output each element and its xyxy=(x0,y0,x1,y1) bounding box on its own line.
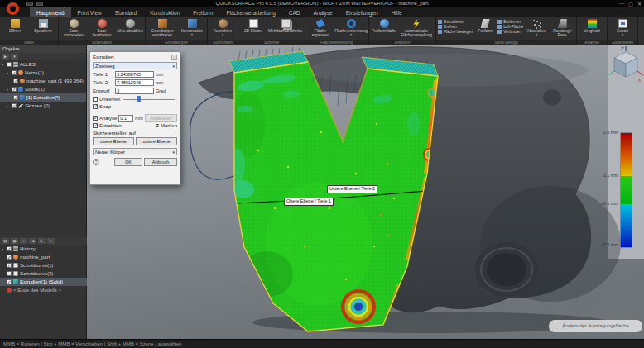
ok-button[interactable]: OK xyxy=(114,158,142,166)
tree-item-machine-part[interactable]: ✓ machine_part (1 493 364) xyxy=(0,77,86,85)
ribbon-group-solid-design: Extrudieren Drehen Fläche bewegen Freifo… xyxy=(436,17,577,45)
extrude-menu-item[interactable]: Extrudieren xyxy=(438,20,473,24)
checkbox[interactable]: ✓ xyxy=(7,246,12,251)
tiefe1-input[interactable] xyxy=(115,71,154,78)
draft-angle-input[interactable] xyxy=(115,88,154,94)
tab-flaechenverarbeitung[interactable]: Flächenverarbeitung xyxy=(220,7,282,17)
deselect-all-button[interactable]: Alles abwählen xyxy=(116,18,144,33)
upper-plane-button[interactable]: obere Ebene xyxy=(93,137,134,145)
quick-undo-icon[interactable] xyxy=(36,2,43,6)
freeform-surface-button[interactable]: Freiformfläche xyxy=(370,18,398,33)
auto-surface-button[interactable]: Automatische Flächenerstellung xyxy=(398,18,435,38)
tab-standard[interactable]: Standard xyxy=(108,7,143,17)
quick-save-icon[interactable] xyxy=(26,2,33,6)
scale-label-upper: 0.1 mm xyxy=(603,173,618,178)
tree-item-skizzen[interactable]: ▸ ✓ Skizzen (2) xyxy=(0,102,86,110)
ribbon-group-ausrichten: Ausrichten▾ Ausrichten xyxy=(208,17,238,45)
move-face-menu-item[interactable]: Fläche bewegen xyxy=(438,30,473,34)
open-button[interactable]: Öffnen xyxy=(1,18,29,33)
expander-icon[interactable]: ▾ xyxy=(7,71,10,75)
cancel-button[interactable]: Abbruch xyxy=(144,158,177,166)
deviation-button[interactable]: Abweichen▾ xyxy=(524,18,549,36)
surface-detect-button[interactable]: Flächenerkennung▾ xyxy=(334,18,368,36)
umkehren-checkbox[interactable] xyxy=(93,97,98,102)
checkbox[interactable]: ✓ xyxy=(7,62,12,67)
fillet-button[interactable]: Rundung / Fase xyxy=(549,18,575,38)
scan-edit-button[interactable]: Scan bearbeiten xyxy=(88,18,116,38)
tab-cad[interactable]: CAD xyxy=(282,7,307,17)
analyse-checkbox[interactable] xyxy=(93,116,98,121)
tree-item-solids[interactable]: ▾ ✓ Solids(1) xyxy=(0,85,86,93)
tiefe2-input[interactable] xyxy=(115,79,154,86)
snap-checkbox[interactable] xyxy=(93,104,98,109)
tab-analyse[interactable]: Analyse xyxy=(307,7,339,17)
minimize-button[interactable]: — xyxy=(619,1,624,7)
filter-funnel-icon[interactable]: ▼ xyxy=(11,54,18,60)
expander-icon[interactable]: ▾ xyxy=(2,247,5,251)
history-item-schnittkurve1[interactable]: ✓ Schnittkurve(1) xyxy=(0,261,87,269)
help-button[interactable]: ? xyxy=(93,159,99,165)
tab-print-view[interactable]: Print View xyxy=(71,7,108,17)
lower-plane-button[interactable]: untere Ebene xyxy=(136,137,177,145)
history-item-machine-part[interactable]: ✓ machine_part xyxy=(0,253,87,261)
history-root[interactable]: ▾ ✓ History xyxy=(0,245,87,253)
analyse-tolerance-input[interactable] xyxy=(118,115,133,122)
freeform-solid-button[interactable]: Freiform xyxy=(473,18,497,33)
scan-prepare-button[interactable]: Scan vorbereiten xyxy=(60,18,88,38)
pin-icon[interactable] xyxy=(171,55,177,60)
objects-panel-header[interactable]: Objekte xyxy=(0,45,86,53)
direction-mode-select[interactable]: Zweiweg ▾ xyxy=(93,62,177,69)
primitive-extract-button[interactable]: Grundkörper extrahieren xyxy=(147,18,178,38)
checkbox[interactable]: ✓ xyxy=(7,255,12,260)
close-button[interactable]: ✕ xyxy=(637,1,642,7)
history-item-schnittkurve2[interactable]: ✓ Schnittkurve(2) xyxy=(0,269,87,278)
filter-play-icon[interactable]: ▶ xyxy=(2,54,9,60)
tab-hauptmenu[interactable]: Hauptmenü xyxy=(30,7,71,17)
align-button[interactable]: Ausrichten▾ xyxy=(209,18,237,36)
sketch-2d-button[interactable]: 2D-Skizze xyxy=(239,18,267,33)
export-button[interactable]: Export▾ xyxy=(608,18,637,36)
tab-konstruktion[interactable]: Konstruktion xyxy=(143,7,186,17)
checkbox[interactable]: ✓ xyxy=(13,95,18,100)
checkbox[interactable]: ✓ xyxy=(7,263,12,268)
save-button[interactable]: Speichern xyxy=(29,18,57,33)
tree-view-icon[interactable]: ▦ xyxy=(11,238,18,244)
expander-icon[interactable]: ▸ xyxy=(7,104,10,108)
step-back-icon[interactable]: ◀ xyxy=(29,238,36,244)
extraktion-checkbox[interactable] xyxy=(93,123,98,128)
checkbox[interactable]: ✓ xyxy=(7,271,12,276)
checkbox[interactable]: ✓ xyxy=(7,279,12,284)
maximize-button[interactable]: ▢ xyxy=(628,1,633,7)
multi-section-button[interactable]: Mehrfachabschnitte xyxy=(267,18,304,33)
tree-item-netze[interactable]: ▾ ✓ Netze(1) xyxy=(0,69,86,77)
connect-menu-item[interactable]: Verbinden xyxy=(497,30,523,34)
tab-hilfe[interactable]: Hilfe xyxy=(385,7,409,17)
tab-einstellungen[interactable]: Einstellungen xyxy=(339,7,385,17)
construction-button[interactable]: Konstruktion▾ xyxy=(178,18,206,36)
fit-surface-button[interactable]: Fläche anpassen xyxy=(306,18,334,38)
tab-freiform[interactable]: Freiform xyxy=(186,7,219,17)
compare-button[interactable]: Vergleich xyxy=(578,18,606,33)
apply-button[interactable]: Anwenden xyxy=(145,114,177,122)
checkbox[interactable]: ✓ xyxy=(13,79,18,83)
step-first-icon[interactable]: « xyxy=(20,238,27,244)
step-last-icon[interactable]: » xyxy=(47,238,55,244)
sketch-2d-icon xyxy=(249,19,258,28)
list-view-icon[interactable]: ▤ xyxy=(2,238,9,244)
checkbox[interactable]: ✓ xyxy=(12,70,17,75)
tree-item-alles[interactable]: ▾ ✓ ALLES xyxy=(0,60,86,69)
revolve-menu-item[interactable]: Drehen xyxy=(438,25,473,29)
checkbox[interactable]: ✓ xyxy=(12,103,17,108)
expander-icon[interactable]: ▾ xyxy=(7,88,10,92)
history-item-end-of-model[interactable]: < Ende des Modells > xyxy=(0,286,87,294)
history-item-extrudiert[interactable]: ✓ Extrudiert(1) (Solid) xyxy=(0,278,87,286)
step-forward-icon[interactable]: ▶ xyxy=(38,238,46,244)
expander-icon[interactable]: ▾ xyxy=(2,63,5,67)
remove-menu-item[interactable]: Entfernen xyxy=(497,20,523,24)
result-body-select[interactable]: Neuer Körper ▾ xyxy=(93,148,177,155)
loft-menu-item[interactable]: Loft-Fläche xyxy=(497,25,523,29)
tree-item-extrudiert[interactable]: ✓ [1] Extrudiert(*) xyxy=(0,93,86,102)
checkbox[interactable]: ✓ xyxy=(12,87,17,92)
slider-thumb[interactable] xyxy=(137,96,141,102)
draft-slider[interactable] xyxy=(122,96,177,102)
